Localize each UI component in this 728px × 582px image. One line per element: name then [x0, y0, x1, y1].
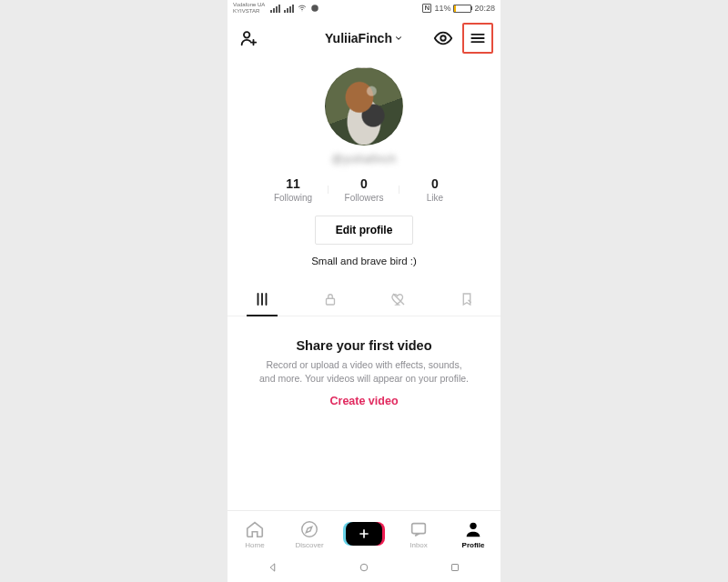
tab-home[interactable]: Home: [228, 519, 282, 549]
followers-stat[interactable]: 0 Followers: [329, 176, 399, 203]
android-back-button[interactable]: [267, 561, 279, 577]
svg-rect-6: [412, 523, 426, 533]
home-icon: [245, 519, 265, 539]
like-label: Like: [399, 193, 470, 203]
profile-section: @yuliiafinch 11 Following 0 Followers 0 …: [228, 58, 500, 266]
chevron-down-icon: [394, 34, 403, 43]
empty-line-2: and more. Your videos will appear on you…: [248, 372, 480, 386]
android-home-button[interactable]: [358, 561, 370, 577]
android-status-bar: Vodafone UA KYIVSTAR N 11% 20:28: [228, 0, 500, 18]
create-video-link[interactable]: Create video: [248, 395, 480, 407]
username-dropdown[interactable]: YuliiaFinch: [298, 31, 430, 45]
empty-line-1: Record or upload a video with effects, s…: [248, 358, 480, 372]
svg-point-2: [244, 32, 249, 37]
carrier-2: KYIVSTAR: [233, 8, 265, 15]
stats-row: 11 Following 0 Followers 0 Like: [258, 176, 470, 203]
triangle-back-icon: [267, 561, 279, 574]
dnd-icon: [310, 4, 319, 13]
followers-label: Followers: [329, 193, 399, 203]
android-recents-button[interactable]: [449, 561, 461, 577]
tab-private[interactable]: [296, 283, 364, 316]
battery-icon: [453, 5, 471, 13]
user-handle: @yuliiafinch: [332, 153, 397, 166]
tab-saved[interactable]: [432, 283, 500, 316]
tab-liked[interactable]: [364, 283, 432, 316]
add-friend-button[interactable]: [235, 25, 262, 52]
svg-point-1: [312, 5, 319, 12]
following-label: Following: [258, 193, 329, 203]
square-recents-icon: [449, 561, 461, 574]
grid-icon: [254, 291, 270, 307]
signal-icon-2: [284, 5, 294, 13]
bio-text: Small and brave bird :): [311, 256, 417, 266]
tab-inbox[interactable]: Inbox: [391, 519, 446, 549]
tab-profile-label: Profile: [462, 541, 485, 549]
empty-state: Share your first video Record or upload …: [228, 316, 500, 407]
svg-rect-4: [326, 298, 334, 305]
bookmark-icon: [459, 291, 475, 307]
bottom-tab-bar: Home Discover Inbox Profile: [228, 510, 500, 557]
tab-upload[interactable]: [337, 522, 391, 546]
clock: 20:28: [474, 4, 495, 13]
empty-title: Share your first video: [248, 338, 480, 353]
tab-home-label: Home: [245, 541, 264, 549]
tab-posts[interactable]: [228, 283, 296, 316]
phone-frame: Vodafone UA KYIVSTAR N 11% 20:28: [228, 0, 500, 582]
followers-count: 0: [329, 176, 399, 191]
following-count: 11: [258, 176, 329, 191]
following-stat[interactable]: 11 Following: [258, 176, 329, 203]
signal-icon-1: [270, 5, 280, 13]
profile-icon: [463, 519, 483, 539]
circle-home-icon: [358, 561, 370, 574]
svg-point-3: [440, 35, 446, 41]
plus-icon: [358, 527, 370, 540]
like-stat[interactable]: 0 Like: [399, 176, 470, 203]
android-nav-bar: [228, 557, 500, 582]
tab-discover[interactable]: Discover: [282, 519, 337, 549]
content-tab-strip: [228, 283, 500, 316]
svg-point-7: [470, 522, 476, 528]
upload-button[interactable]: [346, 522, 382, 546]
signal-strength-icons: [270, 4, 319, 13]
avatar[interactable]: [325, 67, 403, 146]
view-as-button[interactable]: [430, 25, 457, 52]
carrier-labels: Vodafone UA KYIVSTAR: [233, 2, 265, 15]
svg-rect-9: [452, 565, 459, 571]
heart-off-icon: [390, 291, 407, 307]
nfc-icon: N: [422, 4, 431, 13]
svg-point-8: [360, 564, 368, 571]
like-count: 0: [399, 176, 470, 191]
inbox-icon: [409, 519, 429, 539]
wifi-icon: [298, 4, 307, 13]
compass-icon: [299, 519, 319, 539]
username-label: YuliiaFinch: [325, 31, 392, 45]
svg-point-5: [302, 521, 318, 537]
tab-discover-label: Discover: [295, 541, 323, 549]
tab-inbox-label: Inbox: [410, 541, 428, 549]
battery-percent: 11%: [434, 4, 450, 13]
svg-point-0: [302, 11, 303, 12]
profile-header: YuliiaFinch: [228, 18, 500, 58]
edit-profile-button[interactable]: Edit profile: [315, 216, 414, 245]
lock-icon: [322, 291, 339, 307]
tab-profile[interactable]: Profile: [446, 519, 500, 549]
carrier-1: Vodafone UA: [233, 2, 265, 8]
hamburger-menu-button[interactable]: [462, 23, 493, 54]
